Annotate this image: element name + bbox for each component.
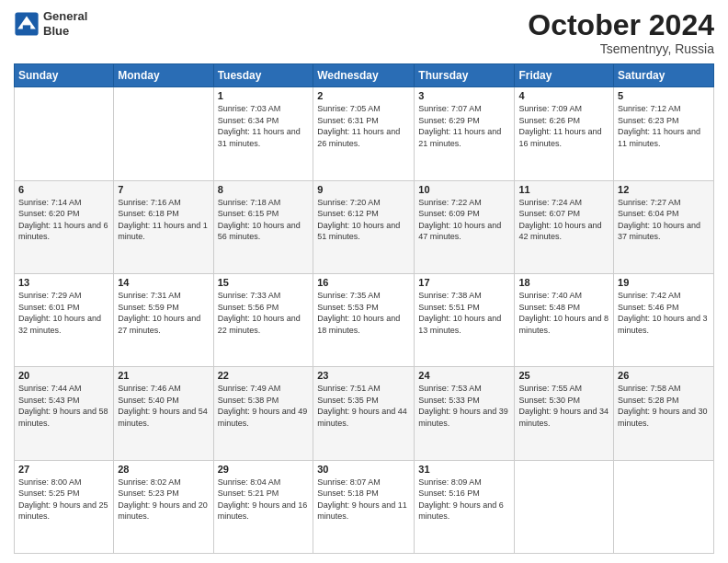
day-number: 1 [218, 90, 310, 101]
day-cell: 16Sunrise: 7:35 AM Sunset: 5:53 PM Dayli… [313, 273, 415, 366]
title-block: October 2024 Tsementnyy, Russia [528, 9, 714, 56]
day-cell: 17Sunrise: 7:38 AM Sunset: 5:51 PM Dayli… [415, 273, 515, 366]
day-cell: 23Sunrise: 7:51 AM Sunset: 5:35 PM Dayli… [313, 367, 415, 460]
day-cell [15, 87, 114, 180]
day-number: 7 [118, 184, 209, 195]
day-cell: 11Sunrise: 7:24 AM Sunset: 6:07 PM Dayli… [515, 180, 614, 273]
day-number: 17 [418, 277, 510, 288]
day-cell: 30Sunrise: 8:07 AM Sunset: 5:18 PM Dayli… [313, 460, 415, 553]
day-number: 8 [218, 184, 310, 195]
day-cell: 8Sunrise: 7:18 AM Sunset: 6:15 PM Daylig… [213, 180, 313, 273]
day-cell: 13Sunrise: 7:29 AM Sunset: 6:01 PM Dayli… [15, 273, 114, 366]
day-info: Sunrise: 8:07 AM Sunset: 5:18 PM Dayligh… [317, 477, 410, 523]
day-number: 15 [218, 277, 310, 288]
day-info: Sunrise: 7:20 AM Sunset: 6:12 PM Dayligh… [317, 197, 410, 243]
day-cell [515, 460, 614, 553]
day-info: Sunrise: 7:12 AM Sunset: 6:23 PM Dayligh… [618, 103, 710, 149]
day-number: 16 [317, 277, 410, 288]
day-info: Sunrise: 7:51 AM Sunset: 5:35 PM Dayligh… [317, 383, 410, 429]
weekday-saturday: Saturday [614, 64, 714, 87]
day-number: 28 [118, 464, 209, 475]
day-info: Sunrise: 7:29 AM Sunset: 6:01 PM Dayligh… [18, 290, 109, 336]
day-info: Sunrise: 7:16 AM Sunset: 6:18 PM Dayligh… [118, 197, 209, 243]
day-number: 13 [18, 277, 109, 288]
day-cell: 31Sunrise: 8:09 AM Sunset: 5:16 PM Dayli… [415, 460, 515, 553]
day-info: Sunrise: 7:22 AM Sunset: 6:09 PM Dayligh… [418, 197, 510, 243]
day-cell: 27Sunrise: 8:00 AM Sunset: 5:25 PM Dayli… [15, 460, 114, 553]
day-info: Sunrise: 7:03 AM Sunset: 6:34 PM Dayligh… [218, 103, 310, 149]
logo-text: General Blue [43, 9, 87, 38]
week-row-5: 27Sunrise: 8:00 AM Sunset: 5:25 PM Dayli… [15, 460, 714, 553]
day-info: Sunrise: 7:14 AM Sunset: 6:20 PM Dayligh… [18, 197, 109, 243]
day-number: 25 [518, 370, 609, 381]
day-cell: 15Sunrise: 7:33 AM Sunset: 5:56 PM Dayli… [213, 273, 313, 366]
day-cell: 29Sunrise: 8:04 AM Sunset: 5:21 PM Dayli… [213, 460, 313, 553]
calendar: SundayMondayTuesdayWednesdayThursdayFrid… [14, 63, 714, 554]
logo-icon [14, 11, 40, 37]
day-cell: 4Sunrise: 7:09 AM Sunset: 6:26 PM Daylig… [515, 87, 614, 180]
day-number: 3 [418, 90, 510, 101]
day-info: Sunrise: 7:35 AM Sunset: 5:53 PM Dayligh… [317, 290, 410, 336]
logo-line1: General [43, 9, 87, 24]
weekday-sunday: Sunday [15, 64, 114, 87]
weekday-monday: Monday [114, 64, 213, 87]
day-number: 22 [218, 370, 310, 381]
month-title: October 2024 [528, 9, 714, 41]
day-number: 2 [317, 90, 410, 101]
day-info: Sunrise: 7:42 AM Sunset: 5:46 PM Dayligh… [618, 290, 710, 336]
day-info: Sunrise: 7:24 AM Sunset: 6:07 PM Dayligh… [518, 197, 609, 243]
day-info: Sunrise: 8:04 AM Sunset: 5:21 PM Dayligh… [218, 477, 310, 523]
day-cell: 21Sunrise: 7:46 AM Sunset: 5:40 PM Dayli… [114, 367, 213, 460]
weekday-tuesday: Tuesday [213, 64, 313, 87]
day-number: 9 [317, 184, 410, 195]
day-info: Sunrise: 7:40 AM Sunset: 5:48 PM Dayligh… [518, 290, 609, 336]
day-cell: 10Sunrise: 7:22 AM Sunset: 6:09 PM Dayli… [415, 180, 515, 273]
day-cell: 14Sunrise: 7:31 AM Sunset: 5:59 PM Dayli… [114, 273, 213, 366]
logo-line2: Blue [43, 24, 87, 39]
day-cell: 24Sunrise: 7:53 AM Sunset: 5:33 PM Dayli… [415, 367, 515, 460]
day-cell: 2Sunrise: 7:05 AM Sunset: 6:31 PM Daylig… [313, 87, 415, 180]
page: General Blue October 2024 Tsementnyy, Ru… [0, 0, 728, 563]
week-row-3: 13Sunrise: 7:29 AM Sunset: 6:01 PM Dayli… [15, 273, 714, 366]
header: General Blue October 2024 Tsementnyy, Ru… [14, 9, 714, 56]
day-info: Sunrise: 8:00 AM Sunset: 5:25 PM Dayligh… [18, 477, 109, 523]
location: Tsementnyy, Russia [528, 41, 714, 56]
day-info: Sunrise: 7:33 AM Sunset: 5:56 PM Dayligh… [218, 290, 310, 336]
day-number: 18 [518, 277, 609, 288]
day-number: 20 [18, 370, 109, 381]
day-info: Sunrise: 7:44 AM Sunset: 5:43 PM Dayligh… [18, 383, 109, 429]
day-number: 26 [618, 370, 710, 381]
day-cell: 6Sunrise: 7:14 AM Sunset: 6:20 PM Daylig… [15, 180, 114, 273]
day-cell: 7Sunrise: 7:16 AM Sunset: 6:18 PM Daylig… [114, 180, 213, 273]
logo: General Blue [14, 9, 87, 38]
day-cell [614, 460, 714, 553]
day-info: Sunrise: 7:55 AM Sunset: 5:30 PM Dayligh… [518, 383, 609, 429]
day-info: Sunrise: 7:09 AM Sunset: 6:26 PM Dayligh… [518, 103, 609, 149]
day-cell: 19Sunrise: 7:42 AM Sunset: 5:46 PM Dayli… [614, 273, 714, 366]
day-cell: 22Sunrise: 7:49 AM Sunset: 5:38 PM Dayli… [213, 367, 313, 460]
day-number: 10 [418, 184, 510, 195]
day-info: Sunrise: 7:07 AM Sunset: 6:29 PM Dayligh… [418, 103, 510, 149]
day-number: 30 [317, 464, 410, 475]
day-info: Sunrise: 7:05 AM Sunset: 6:31 PM Dayligh… [317, 103, 410, 149]
day-info: Sunrise: 7:58 AM Sunset: 5:28 PM Dayligh… [618, 383, 710, 429]
weekday-thursday: Thursday [415, 64, 515, 87]
day-number: 29 [218, 464, 310, 475]
day-cell [114, 87, 213, 180]
day-info: Sunrise: 8:09 AM Sunset: 5:16 PM Dayligh… [418, 477, 510, 523]
day-number: 19 [618, 277, 710, 288]
weekday-wednesday: Wednesday [313, 64, 415, 87]
day-number: 12 [618, 184, 710, 195]
week-row-2: 6Sunrise: 7:14 AM Sunset: 6:20 PM Daylig… [15, 180, 714, 273]
day-cell: 26Sunrise: 7:58 AM Sunset: 5:28 PM Dayli… [614, 367, 714, 460]
day-cell: 18Sunrise: 7:40 AM Sunset: 5:48 PM Dayli… [515, 273, 614, 366]
weekday-header-row: SundayMondayTuesdayWednesdayThursdayFrid… [15, 64, 714, 87]
day-number: 14 [118, 277, 209, 288]
day-number: 5 [618, 90, 710, 101]
day-cell: 28Sunrise: 8:02 AM Sunset: 5:23 PM Dayli… [114, 460, 213, 553]
day-cell: 9Sunrise: 7:20 AM Sunset: 6:12 PM Daylig… [313, 180, 415, 273]
day-number: 6 [18, 184, 109, 195]
day-info: Sunrise: 7:49 AM Sunset: 5:38 PM Dayligh… [218, 383, 310, 429]
day-number: 27 [18, 464, 109, 475]
day-number: 31 [418, 464, 510, 475]
